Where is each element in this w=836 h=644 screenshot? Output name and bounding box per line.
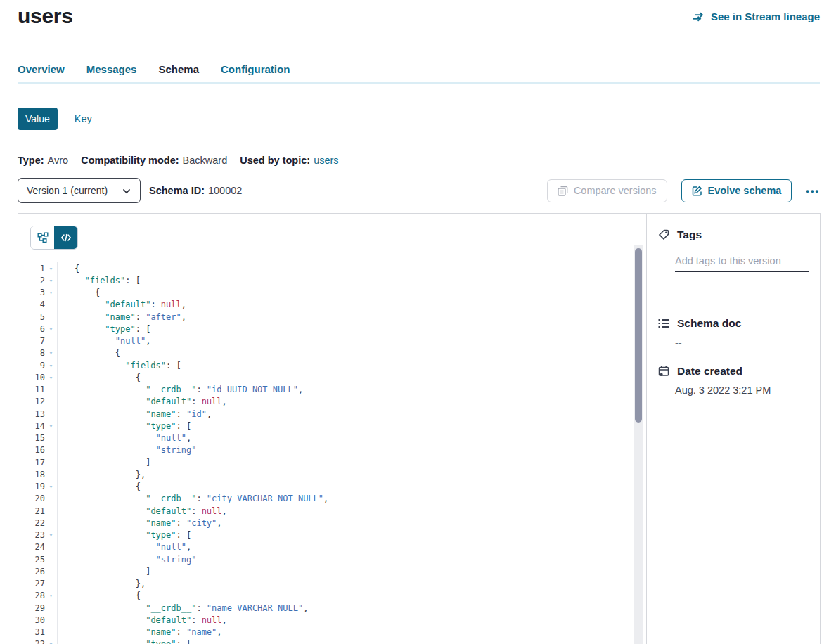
fold-toggle-icon[interactable]: ▾ (45, 289, 57, 296)
compare-versions-icon (558, 186, 568, 196)
code-line: 30 "default": null, (18, 614, 632, 626)
fold-toggle-icon[interactable]: ▾ (45, 592, 57, 599)
editor-scrollbar-track[interactable] (634, 245, 643, 644)
code-line: 29 "__crdb__": "name VARCHAR NULL", (18, 602, 632, 614)
key-tab-link[interactable]: Key (75, 113, 92, 124)
schema-id-label: Schema ID: (149, 185, 205, 196)
line-number: 9 (18, 361, 45, 371)
code-line: 10▾ { (18, 371, 632, 383)
line-number: 7 (18, 336, 45, 346)
evolve-schema-button[interactable]: Evolve schema (681, 179, 792, 202)
fold-toggle-icon[interactable]: ▾ (45, 532, 57, 539)
code-text: }, (57, 579, 146, 588)
line-number: 20 (18, 494, 45, 503)
tree-view-button[interactable] (31, 226, 54, 249)
tree-view-icon (37, 232, 49, 243)
fold-toggle-icon[interactable]: ▾ (45, 362, 57, 369)
schema-type: Type: Avro (18, 155, 68, 166)
code-line: 5 "name": "after", (18, 311, 632, 323)
line-number: 5 (18, 312, 45, 322)
tab-configuration[interactable]: Configuration (221, 63, 290, 76)
tab-messages[interactable]: Messages (86, 63, 137, 76)
compare-versions-button[interactable]: Compare versions (547, 179, 667, 202)
code-text: "type": [ (57, 324, 150, 334)
tags-input[interactable] (675, 254, 809, 272)
schema-editor-pane[interactable]: 1▾{2▾ "fields": [3▾ {4 "default": null,5… (18, 214, 646, 644)
code-line: 12 "default": null, (18, 396, 632, 408)
compat-label: Compatibility mode: (81, 155, 179, 166)
compatibility-mode: Compatibility mode: Backward (81, 155, 227, 166)
compare-versions-label: Compare versions (574, 185, 657, 196)
schema-doc-title: Schema doc (677, 317, 741, 330)
value-tab-button[interactable]: Value (18, 108, 58, 130)
code-view-button[interactable] (54, 226, 77, 249)
code-line: 6▾ "type": [ (18, 323, 632, 335)
stream-lineage-link[interactable]: See in Stream lineage (692, 11, 820, 22)
code-line: 26 ] (18, 565, 632, 577)
tab-overview[interactable]: Overview (18, 63, 65, 76)
code-line: 19▾ { (18, 481, 632, 493)
topic-link[interactable]: users (314, 155, 338, 166)
code-line: 14▾ "type": [ (18, 420, 632, 432)
fold-toggle-icon[interactable]: ▾ (45, 277, 57, 284)
line-number: 30 (18, 615, 45, 625)
line-number: 21 (18, 506, 45, 516)
code-text: "type": [ (57, 530, 191, 540)
code-line: 9▾ "fields": [ (18, 359, 632, 371)
line-number: 27 (18, 579, 45, 588)
fold-toggle-icon[interactable]: ▾ (45, 326, 57, 333)
line-number: 14 (18, 421, 45, 431)
edit-square-icon (692, 186, 702, 196)
code-text: "default": null, (57, 506, 227, 516)
page-title: users (18, 4, 73, 28)
code-text: "name": "name", (57, 627, 222, 637)
fold-toggle-icon[interactable]: ▾ (45, 374, 57, 381)
code-line: 16 "string" (18, 444, 632, 456)
code-text: ] (57, 567, 150, 577)
editor-view-toggle (30, 226, 78, 250)
line-number: 11 (18, 385, 45, 394)
more-actions-button[interactable]: ••• (806, 186, 820, 195)
code-line: 15 "null", (18, 432, 632, 444)
controls-right: Compare versions Evolve schema ••• (547, 179, 820, 202)
code-line: 27 }, (18, 578, 632, 590)
version-select[interactable]: Version 1 (current) (18, 178, 141, 203)
code-text: { (57, 348, 120, 358)
line-number: 23 (18, 530, 45, 540)
code-text: "null", (57, 336, 150, 346)
code-text: "type": [ (57, 421, 191, 431)
tags-title: Tags (677, 228, 702, 241)
code-text: "default": null, (57, 300, 186, 309)
line-number: 1 (18, 264, 45, 273)
list-icon (657, 317, 670, 330)
code-line: 2▾ "fields": [ (18, 274, 632, 286)
code-text: "fields": [ (57, 276, 141, 285)
code-text: { (57, 264, 79, 273)
code-line: 13 "name": "id", (18, 408, 632, 420)
date-created-section-header: Date created (657, 365, 742, 378)
editor-scrollbar-thumb[interactable] (635, 248, 642, 423)
tab-schema[interactable]: Schema (158, 63, 199, 76)
line-number: 12 (18, 397, 45, 406)
line-number: 8 (18, 348, 45, 358)
code-text: "name": "after", (57, 312, 186, 322)
fold-toggle-icon[interactable]: ▾ (45, 640, 57, 644)
line-number: 26 (18, 567, 45, 577)
line-number: 31 (18, 627, 45, 637)
used-by-topic: Used by topic: users (240, 155, 338, 166)
code-text: { (57, 482, 141, 491)
fold-toggle-icon[interactable]: ▾ (45, 483, 57, 490)
calendar-add-icon (657, 365, 670, 378)
schema-meta-row: Type: Avro Compatibility mode: Backward … (18, 155, 339, 166)
line-number: 32 (18, 639, 45, 644)
line-number: 19 (18, 482, 45, 491)
line-number: 2 (18, 276, 45, 285)
code-line: 24 "null", (18, 541, 632, 553)
tab-list: OverviewMessagesSchemaConfiguration (18, 63, 290, 76)
code-line: 31 "name": "name", (18, 626, 632, 638)
code-line: 23▾ "type": [ (18, 529, 632, 541)
code-view-icon (60, 232, 72, 243)
fold-toggle-icon[interactable]: ▾ (45, 423, 57, 430)
fold-toggle-icon[interactable]: ▾ (45, 349, 57, 356)
fold-toggle-icon[interactable]: ▾ (45, 265, 57, 272)
